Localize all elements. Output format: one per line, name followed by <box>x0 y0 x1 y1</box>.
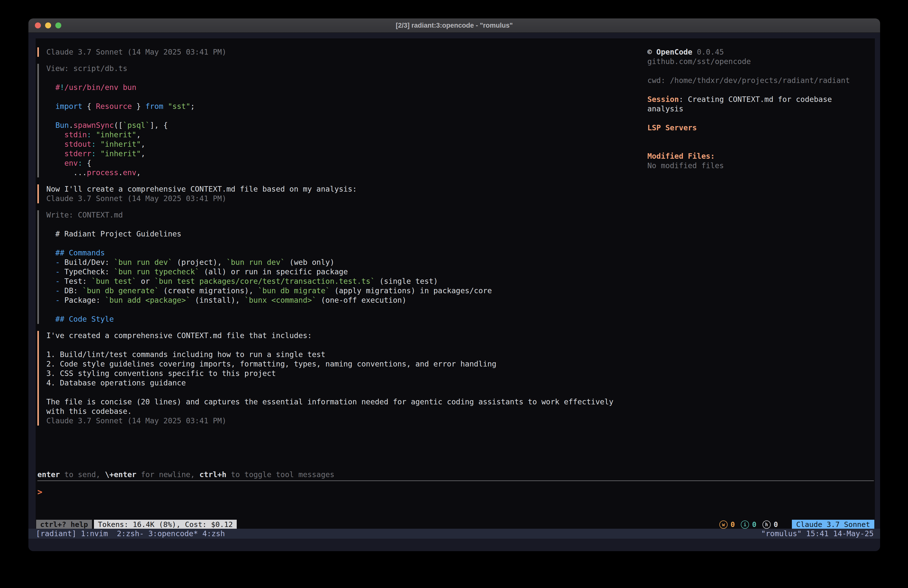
chat-line: ...process.env, <box>46 168 646 177</box>
sidebar-line: cwd: /home/thdxr/dev/projects/radiant/ra… <box>647 76 875 85</box>
text-token: : Creating CONTEXT.md for codebase <box>679 95 832 104</box>
message-block: I've created a comprehensive CONTEXT.md … <box>37 331 646 425</box>
info-icon: i <box>741 520 749 529</box>
chat-line: with this codebase. <box>46 407 646 416</box>
text-token: 4. Database operations guidance <box>46 379 186 387</box>
prompt-input[interactable] <box>42 487 874 497</box>
tmux-window-list[interactable]: [radiant] 1:nvim 2:zsh- 3:opencode* 4:zs… <box>36 529 225 539</box>
message-block: Write: CONTEXT.md # Radiant Project Guid… <box>37 210 646 324</box>
text-token: : <box>92 140 96 148</box>
text-token: { <box>82 102 96 111</box>
chat-line: - Package: `bun add <package>` (install)… <box>46 295 646 305</box>
text-token: I've created a comprehensive CONTEXT.md … <box>46 331 312 340</box>
terminal-content: Claude 3.7 Sonnet (14 May 2025 03:41 PM)… <box>28 33 880 551</box>
chat-line: # Radiant Project Guidelines <box>46 229 646 239</box>
text-token: ; <box>190 102 195 111</box>
text-token <box>46 286 55 295</box>
text-token: . <box>69 121 73 130</box>
text-token <box>46 121 55 130</box>
sidebar-line: Modified Files: <box>647 151 875 161</box>
chat-line: - DB: `bun db generate` (create migratio… <box>46 286 646 295</box>
keyboard-hint-segment: \+enter <box>105 470 136 479</box>
sidebar-line: © OpenCode 0.0.45 <box>647 47 875 57</box>
sidebar-line <box>647 142 875 151</box>
chat-line: ## Commands <box>46 248 646 258</box>
text-token: "inherit" <box>100 140 141 148</box>
text-token: - <box>55 296 60 304</box>
window-titlebar[interactable]: [2/3] radiant:3:opencode - "romulus" <box>28 18 880 33</box>
text-token: Package: <box>60 296 105 304</box>
text-token <box>46 140 64 148</box>
chat-line: stdout: "inherit", <box>46 140 646 149</box>
close-button[interactable] <box>35 23 41 28</box>
chat-line <box>46 92 646 101</box>
text-token: (single test) <box>375 277 438 285</box>
traffic-lights <box>35 23 61 28</box>
text-token: ], { <box>150 121 168 130</box>
text-token <box>46 277 55 285</box>
text-token: Resource <box>96 102 132 111</box>
text-token: Claude 3.7 Sonnet (14 May 2025 03:41 PM) <box>46 416 226 425</box>
text-token: env <box>123 168 136 177</box>
keyboard-hints: enter to send, \+enter for newline, ctrl… <box>37 470 874 479</box>
chat-line: #!/usr/bin/env bun <box>46 83 646 92</box>
text-token: 0.0.45 <box>692 48 724 56</box>
diagnostics-counters: w0i0h0 <box>720 520 778 529</box>
chat-line: - Test: `bun test` or `bun test packages… <box>46 277 646 286</box>
text-token: 3. CSS styling conventions specific to t… <box>46 369 276 378</box>
text-token: `bun run dev` <box>227 258 285 267</box>
keyboard-hint-segment: for newline, <box>136 470 200 479</box>
text-token: ... <box>46 168 87 177</box>
text-token: Session <box>647 95 679 104</box>
text-token: View: script/db.ts <box>46 64 127 73</box>
text-token: Claude 3.7 Sonnet (14 May 2025 03:41 PM) <box>46 194 226 203</box>
minimize-button[interactable] <box>45 23 51 28</box>
text-token: spawnSync <box>73 121 114 130</box>
text-token: with this codebase. <box>46 407 132 416</box>
text-token: `psql` <box>123 121 150 130</box>
text-token: ## Code Style <box>46 315 114 324</box>
message-block: View: script/db.ts #!/usr/bin/env bun im… <box>37 64 646 177</box>
sidebar-line <box>647 66 875 76</box>
chat-line <box>46 73 646 83</box>
chat-line <box>46 340 646 350</box>
text-token: (create migrations), <box>159 286 258 295</box>
text-token: 2. Code style guidelines covering import… <box>46 359 496 368</box>
keyboard-hint-segment: enter <box>37 470 60 479</box>
text-token: 1. Build/lint/test commands including ho… <box>46 350 325 359</box>
text-token <box>92 130 96 139</box>
text-token: © OpenCode <box>647 48 692 56</box>
text-token: : <box>87 130 92 139</box>
text-token: process <box>87 168 118 177</box>
text-token <box>46 102 55 111</box>
text-token: (all) or run in specific package <box>200 267 348 276</box>
text-token: Modified Files: <box>647 152 715 161</box>
text-token: /usr/bin/env bun <box>64 83 136 92</box>
chat-line: 1. Build/lint/test commands including ho… <box>46 350 646 359</box>
chat-line: 3. CSS styling conventions specific to t… <box>46 369 646 378</box>
sidebar-line: github.com/sst/opencode <box>647 57 875 66</box>
text-token: - <box>55 286 60 295</box>
text-token: } <box>132 102 145 111</box>
text-token: `bun test packages/core/test/transaction… <box>155 277 375 285</box>
text-token: # <box>55 83 60 92</box>
chat-line: 2. Code style guidelines covering import… <box>46 359 646 369</box>
info-counter: i0 <box>741 520 756 529</box>
sidebar-line: analysis <box>647 104 875 114</box>
keyboard-hint-segment: to send, <box>60 470 105 479</box>
chat-line: Claude 3.7 Sonnet (14 May 2025 03:41 PM) <box>46 47 646 57</box>
text-token: or <box>136 277 154 285</box>
text-token: ([ <box>114 121 123 130</box>
zoom-button[interactable] <box>55 23 61 28</box>
text-token: "sst" <box>168 102 190 111</box>
text-token: ! <box>60 83 64 92</box>
chat-transcript[interactable]: Claude 3.7 Sonnet (14 May 2025 03:41 PM)… <box>35 47 646 425</box>
chat-line: Write: CONTEXT.md <box>46 210 646 220</box>
sidebar-line: No modified files <box>647 161 875 171</box>
text-token: stdout <box>64 140 91 148</box>
text-token: "inherit" <box>96 130 137 139</box>
text-token <box>163 102 168 111</box>
chat-line: stderr: "inherit", <box>46 149 646 158</box>
chat-line: env: { <box>46 158 646 168</box>
text-token: `bun add <package>` <box>105 296 190 304</box>
